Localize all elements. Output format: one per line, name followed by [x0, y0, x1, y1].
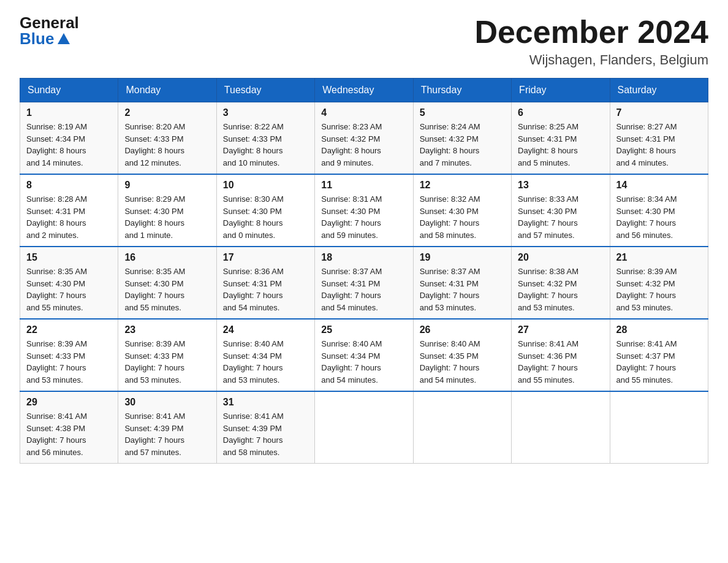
calendar-cell: 20 Sunrise: 8:38 AMSunset: 4:32 PMDaylig…	[512, 247, 610, 319]
day-info: Sunrise: 8:33 AMSunset: 4:30 PMDaylight:…	[518, 193, 603, 241]
day-info: Sunrise: 8:39 AMSunset: 4:33 PMDaylight:…	[124, 338, 210, 386]
calendar-cell: 22 Sunrise: 8:39 AMSunset: 4:33 PMDaylig…	[20, 319, 118, 391]
location-title: Wijshagen, Flanders, Belgium	[474, 52, 708, 68]
title-section: December 2024 Wijshagen, Flanders, Belgi…	[474, 15, 708, 68]
calendar-cell: 7 Sunrise: 8:27 AMSunset: 4:31 PMDayligh…	[610, 102, 708, 175]
day-info: Sunrise: 8:22 AMSunset: 4:33 PMDaylight:…	[223, 121, 308, 169]
day-info: Sunrise: 8:41 AMSunset: 4:36 PMDaylight:…	[518, 338, 603, 386]
day-number: 6	[518, 107, 603, 118]
day-number: 5	[420, 107, 505, 118]
calendar-cell: 12 Sunrise: 8:32 AMSunset: 4:30 PMDaylig…	[413, 174, 511, 247]
calendar-cell: 31 Sunrise: 8:41 AMSunset: 4:39 PMDaylig…	[216, 391, 314, 464]
day-number: 23	[124, 324, 210, 335]
calendar-cell: 6 Sunrise: 8:25 AMSunset: 4:31 PMDayligh…	[512, 102, 610, 175]
day-info: Sunrise: 8:36 AMSunset: 4:31 PMDaylight:…	[223, 266, 308, 313]
day-info: Sunrise: 8:25 AMSunset: 4:31 PMDaylight:…	[518, 121, 603, 169]
calendar-cell: 2 Sunrise: 8:20 AMSunset: 4:33 PMDayligh…	[118, 102, 216, 175]
day-number: 14	[616, 180, 702, 191]
calendar-cell	[315, 391, 413, 464]
day-info: Sunrise: 8:35 AMSunset: 4:30 PMDaylight:…	[124, 266, 210, 313]
calendar-cell: 23 Sunrise: 8:39 AMSunset: 4:33 PMDaylig…	[118, 319, 216, 391]
calendar-week-row: 22 Sunrise: 8:39 AMSunset: 4:33 PMDaylig…	[20, 319, 708, 391]
calendar-week-row: 29 Sunrise: 8:41 AMSunset: 4:38 PMDaylig…	[20, 391, 708, 464]
day-number: 19	[420, 252, 505, 263]
day-number: 7	[616, 107, 702, 118]
weekday-header-wednesday: Wednesday	[315, 79, 413, 102]
day-number: 1	[26, 107, 112, 118]
day-info: Sunrise: 8:20 AMSunset: 4:33 PMDaylight:…	[124, 121, 210, 169]
calendar-cell: 25 Sunrise: 8:40 AMSunset: 4:34 PMDaylig…	[315, 319, 413, 391]
day-info: Sunrise: 8:37 AMSunset: 4:31 PMDaylight:…	[420, 266, 505, 313]
calendar-cell: 4 Sunrise: 8:23 AMSunset: 4:32 PMDayligh…	[315, 102, 413, 175]
day-info: Sunrise: 8:41 AMSunset: 4:37 PMDaylight:…	[616, 338, 702, 386]
day-info: Sunrise: 8:23 AMSunset: 4:32 PMDaylight:…	[321, 121, 406, 169]
calendar-cell: 28 Sunrise: 8:41 AMSunset: 4:37 PMDaylig…	[610, 319, 708, 391]
calendar-table: SundayMondayTuesdayWednesdayThursdayFrid…	[20, 78, 708, 464]
day-number: 18	[321, 252, 406, 263]
calendar-cell: 8 Sunrise: 8:28 AMSunset: 4:31 PMDayligh…	[20, 174, 118, 247]
day-info: Sunrise: 8:37 AMSunset: 4:31 PMDaylight:…	[321, 266, 406, 313]
day-info: Sunrise: 8:27 AMSunset: 4:31 PMDaylight:…	[616, 121, 702, 169]
calendar-cell	[512, 391, 610, 464]
calendar-week-row: 15 Sunrise: 8:35 AMSunset: 4:30 PMDaylig…	[20, 247, 708, 319]
day-info: Sunrise: 8:39 AMSunset: 4:32 PMDaylight:…	[616, 266, 702, 313]
day-number: 4	[321, 107, 406, 118]
day-info: Sunrise: 8:41 AMSunset: 4:39 PMDaylight:…	[124, 410, 210, 458]
day-info: Sunrise: 8:29 AMSunset: 4:30 PMDaylight:…	[124, 193, 210, 241]
day-info: Sunrise: 8:40 AMSunset: 4:34 PMDaylight:…	[321, 338, 406, 386]
calendar-cell	[413, 391, 511, 464]
day-info: Sunrise: 8:40 AMSunset: 4:35 PMDaylight:…	[420, 338, 505, 386]
day-info: Sunrise: 8:30 AMSunset: 4:30 PMDaylight:…	[223, 193, 308, 241]
day-info: Sunrise: 8:31 AMSunset: 4:30 PMDaylight:…	[321, 193, 406, 241]
calendar-cell: 1 Sunrise: 8:19 AMSunset: 4:34 PMDayligh…	[20, 102, 118, 175]
calendar-cell: 27 Sunrise: 8:41 AMSunset: 4:36 PMDaylig…	[512, 319, 610, 391]
calendar-cell: 24 Sunrise: 8:40 AMSunset: 4:34 PMDaylig…	[216, 319, 314, 391]
calendar-cell: 11 Sunrise: 8:31 AMSunset: 4:30 PMDaylig…	[315, 174, 413, 247]
day-number: 26	[420, 324, 505, 335]
day-info: Sunrise: 8:40 AMSunset: 4:34 PMDaylight:…	[223, 338, 308, 386]
calendar-cell: 21 Sunrise: 8:39 AMSunset: 4:32 PMDaylig…	[610, 247, 708, 319]
calendar-cell: 16 Sunrise: 8:35 AMSunset: 4:30 PMDaylig…	[118, 247, 216, 319]
calendar-cell: 18 Sunrise: 8:37 AMSunset: 4:31 PMDaylig…	[315, 247, 413, 319]
calendar-cell: 9 Sunrise: 8:29 AMSunset: 4:30 PMDayligh…	[118, 174, 216, 247]
weekday-header-monday: Monday	[118, 79, 216, 102]
day-number: 21	[616, 252, 702, 263]
day-number: 16	[124, 252, 210, 263]
day-number: 31	[223, 397, 308, 408]
day-info: Sunrise: 8:41 AMSunset: 4:39 PMDaylight:…	[223, 410, 308, 458]
day-info: Sunrise: 8:28 AMSunset: 4:31 PMDaylight:…	[26, 193, 112, 241]
day-number: 15	[26, 252, 112, 263]
day-number: 2	[124, 107, 210, 118]
day-info: Sunrise: 8:24 AMSunset: 4:32 PMDaylight:…	[420, 121, 505, 169]
day-number: 17	[223, 252, 308, 263]
day-info: Sunrise: 8:39 AMSunset: 4:33 PMDaylight:…	[26, 338, 112, 386]
calendar-cell: 3 Sunrise: 8:22 AMSunset: 4:33 PMDayligh…	[216, 102, 314, 175]
day-number: 9	[124, 180, 210, 191]
calendar-cell: 10 Sunrise: 8:30 AMSunset: 4:30 PMDaylig…	[216, 174, 314, 247]
logo: General Blue	[20, 15, 79, 47]
calendar-cell: 17 Sunrise: 8:36 AMSunset: 4:31 PMDaylig…	[216, 247, 314, 319]
calendar-week-row: 8 Sunrise: 8:28 AMSunset: 4:31 PMDayligh…	[20, 174, 708, 247]
day-number: 11	[321, 180, 406, 191]
day-number: 13	[518, 180, 603, 191]
month-title: December 2024	[474, 15, 708, 50]
day-info: Sunrise: 8:38 AMSunset: 4:32 PMDaylight:…	[518, 266, 603, 313]
day-info: Sunrise: 8:34 AMSunset: 4:30 PMDaylight:…	[616, 193, 702, 241]
day-info: Sunrise: 8:19 AMSunset: 4:34 PMDaylight:…	[26, 121, 112, 169]
day-number: 12	[420, 180, 505, 191]
day-number: 25	[321, 324, 406, 335]
calendar-cell: 26 Sunrise: 8:40 AMSunset: 4:35 PMDaylig…	[413, 319, 511, 391]
weekday-header-row: SundayMondayTuesdayWednesdayThursdayFrid…	[20, 79, 708, 102]
weekday-header-tuesday: Tuesday	[216, 79, 314, 102]
day-number: 27	[518, 324, 603, 335]
logo-blue-word: Blue	[20, 31, 54, 47]
page-header: General Blue December 2024 Wijshagen, Fl…	[20, 15, 708, 68]
day-number: 8	[26, 180, 112, 191]
calendar-cell: 15 Sunrise: 8:35 AMSunset: 4:30 PMDaylig…	[20, 247, 118, 319]
weekday-header-thursday: Thursday	[413, 79, 511, 102]
weekday-header-friday: Friday	[512, 79, 610, 102]
day-number: 24	[223, 324, 308, 335]
day-number: 22	[26, 324, 112, 335]
calendar-cell: 13 Sunrise: 8:33 AMSunset: 4:30 PMDaylig…	[512, 174, 610, 247]
weekday-header-sunday: Sunday	[20, 79, 118, 102]
